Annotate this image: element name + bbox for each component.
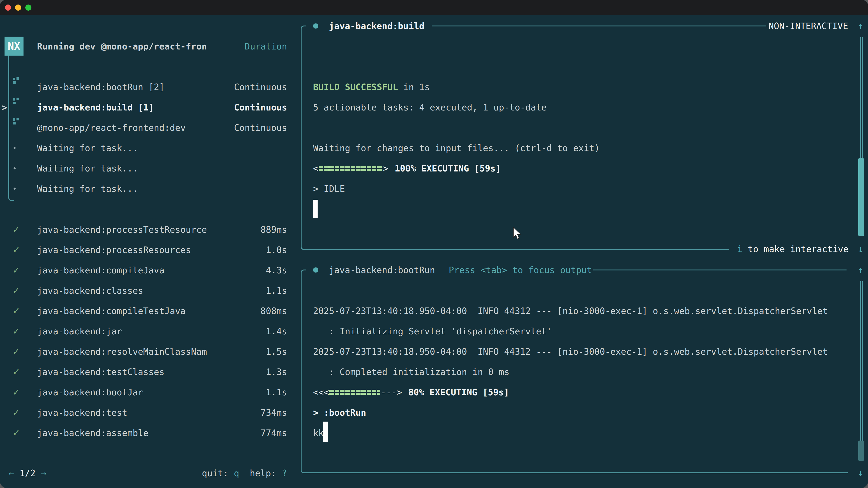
running-dot-icon xyxy=(313,267,318,273)
build-idle-line: > IDLE xyxy=(313,178,345,199)
build-panel-header: java-backend:build NON-INTERACTIVE ↑ xyxy=(0,16,868,36)
scroll-up-icon[interactable]: ↑ xyxy=(858,265,864,275)
bootrun-input-line[interactable]: kk xyxy=(313,423,324,443)
build-progress-line: < > 100% EXECUTING [59s] xyxy=(313,158,501,178)
task-duration: 1.5s xyxy=(266,347,287,357)
log-text: 2025-07-23T13:40:18.950-04:00 INFO 44312… xyxy=(313,306,828,316)
progress-close-bracket: ---> xyxy=(381,387,402,397)
hint-text: to make interactive xyxy=(742,244,848,254)
page-next-icon[interactable]: → xyxy=(41,468,46,478)
log-line: 2025-07-23T13:40:18.950-04:00 INFO 44312… xyxy=(313,341,828,362)
task-name: java-backend:bootRun [2] xyxy=(37,82,164,92)
tasks-summary-text: 5 actionable tasks: 4 executed, 1 up-to-… xyxy=(313,102,547,112)
bootrun-scrollbar-track[interactable] xyxy=(860,281,863,461)
sidebar-header: Running dev @mono-app/react-fron Duratio… xyxy=(37,36,287,57)
pagination: ← 1/2 → xyxy=(9,463,46,483)
task-row-selected[interactable]: > java-backend:build [1] Continuous xyxy=(0,97,301,118)
check-icon: ✓ xyxy=(12,285,20,296)
log-text: : Completed initialization in 0 ms xyxy=(313,367,509,377)
non-interactive-badge: NON-INTERACTIVE xyxy=(769,21,848,31)
task-duration: 1.3s xyxy=(266,367,287,377)
task-name: Waiting for task... xyxy=(37,184,138,194)
check-icon: ✓ xyxy=(12,367,20,377)
task-row[interactable]: ✓ java-backend:compileTestJava 808ms xyxy=(0,301,301,321)
build-waiting-line: Waiting for changes to input files... (c… xyxy=(313,138,600,158)
task-row[interactable]: ✓ java-backend:assemble 774ms xyxy=(0,423,301,443)
build-time-text: in 1s xyxy=(398,82,430,92)
task-name: java-backend:build [1] xyxy=(37,102,154,112)
task-name: java-backend:compileTestJava xyxy=(37,306,186,316)
quit-key: q xyxy=(234,468,239,478)
task-name: java-backend:testClasses xyxy=(37,367,164,377)
task-duration: 734ms xyxy=(260,408,287,418)
waiting-dot-icon xyxy=(13,188,16,190)
bootrun-scrollbar-thumb[interactable] xyxy=(858,441,864,461)
task-row[interactable]: Waiting for task... xyxy=(0,158,301,178)
task-row[interactable]: ✓ java-backend:processResources 1.0s xyxy=(0,240,301,260)
log-line: : Initializing Servlet 'dispatcherServle… xyxy=(313,321,552,341)
task-name: Waiting for task... xyxy=(37,143,138,153)
progress-label: 80% EXECUTING [59s] xyxy=(408,387,509,397)
progress-open-bracket: <<< xyxy=(313,387,329,397)
interactive-hint: i to make interactive xyxy=(737,239,848,259)
log-text: : Initializing Servlet 'dispatcherServle… xyxy=(313,326,552,336)
task-name: java-backend:test xyxy=(37,408,127,418)
task-name: java-backend:jar xyxy=(37,326,122,336)
task-name: java-backend:classes xyxy=(37,286,143,296)
bootrun-panel-header: java-backend:bootRun Press <tab> to focu… xyxy=(0,260,868,280)
build-scrollbar-thumb[interactable] xyxy=(858,158,864,236)
hint-key: i xyxy=(737,244,742,254)
build-result-line: BUILD SUCCESSFUL in 1s xyxy=(313,77,430,97)
focus-output-hint: Press <tab> to focus output xyxy=(449,265,592,275)
task-duration: 889ms xyxy=(260,225,287,235)
mouse-pointer-icon xyxy=(512,227,522,240)
terminal-window: NX Running dev @mono-app/react-fron Dura… xyxy=(0,0,868,488)
bootrun-scroll-down[interactable]: ↓ xyxy=(858,462,864,483)
keyboard-hints: quit: q help: ? xyxy=(202,463,287,483)
zoom-button-icon[interactable] xyxy=(25,4,31,11)
scroll-up-icon[interactable]: ↑ xyxy=(858,21,864,32)
spinner-icon xyxy=(13,78,16,80)
build-scroll-down[interactable]: ↓ xyxy=(858,239,864,259)
minimize-button-icon[interactable] xyxy=(15,4,21,11)
log-text: 2025-07-23T13:40:18.950-04:00 INFO 44312… xyxy=(313,347,828,357)
scroll-down-icon[interactable]: ↓ xyxy=(858,467,864,478)
progress-bar xyxy=(319,165,382,171)
task-duration: 1.4s xyxy=(266,326,287,336)
bootrun-panel-bottom-border xyxy=(306,473,848,473)
waiting-changes-text: Waiting for changes to input files... (c… xyxy=(313,143,600,153)
task-row[interactable]: ✓ java-backend:testClasses 1.3s xyxy=(0,362,301,382)
task-row[interactable]: @mono-app/react-frontend:dev Continuous xyxy=(0,118,301,138)
nx-logo: NX xyxy=(4,37,24,56)
page-prev-icon[interactable]: ← xyxy=(9,468,14,478)
check-icon: ✓ xyxy=(12,346,20,357)
running-dot-icon xyxy=(313,24,318,29)
task-row[interactable]: ✓ java-backend:processTestResource 889ms xyxy=(0,219,301,240)
task-row[interactable]: java-backend:bootRun [2] Continuous xyxy=(0,77,301,97)
task-row[interactable]: ✓ java-backend:bootJar 1.1s xyxy=(0,382,301,402)
prompt-text: > :bootRun xyxy=(313,408,366,418)
task-status: Continuous xyxy=(234,102,287,112)
help-key: ? xyxy=(282,468,287,478)
task-row[interactable]: ✓ java-backend:classes 1.1s xyxy=(0,281,301,301)
task-name: java-backend:bootJar xyxy=(37,387,143,397)
bootrun-prompt-line: > :bootRun xyxy=(313,402,366,423)
task-row[interactable]: ✓ java-backend:resolveMainClassNam 1.5s xyxy=(0,341,301,362)
help-label: help: xyxy=(250,468,276,478)
log-line: : Completed initialization in 0 ms xyxy=(313,362,509,382)
bootrun-progress-line: <<< ---> 80% EXECUTING [59s] xyxy=(313,382,509,402)
scroll-down-icon[interactable]: ↓ xyxy=(858,243,864,255)
task-row[interactable]: ✓ java-backend:jar 1.4s xyxy=(0,321,301,341)
progress-close-bracket: > xyxy=(383,163,388,173)
build-panel-title: java-backend:build xyxy=(329,21,425,31)
task-row[interactable]: Waiting for task... xyxy=(0,138,301,158)
waiting-dot-icon xyxy=(13,167,16,169)
task-row[interactable]: ✓ java-backend:test 734ms xyxy=(0,402,301,423)
selection-arrow-icon: > xyxy=(2,102,7,112)
task-duration: 1.1s xyxy=(266,387,287,397)
check-icon: ✓ xyxy=(12,245,20,255)
task-duration: 774ms xyxy=(260,428,287,438)
close-button-icon[interactable] xyxy=(5,4,11,11)
title-bar xyxy=(0,0,868,15)
task-row[interactable]: Waiting for task... xyxy=(0,178,301,199)
